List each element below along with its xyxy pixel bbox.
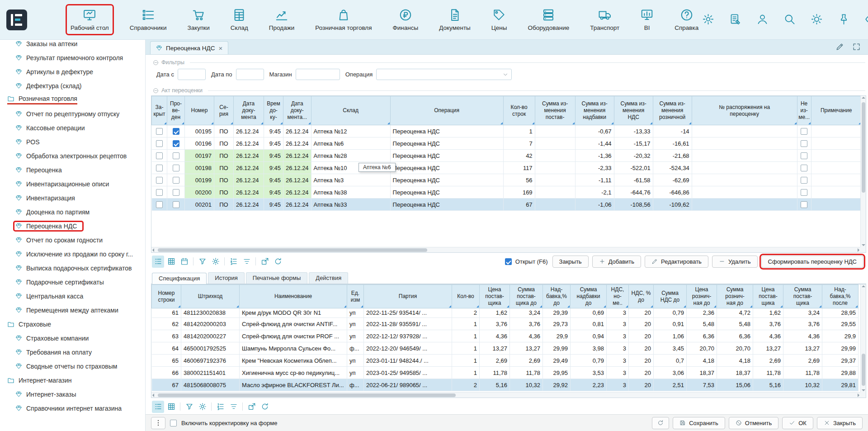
act-toolbar-numbered-list-button[interactable] [227,256,240,268]
spec-column-header[interactable]: Цена постав- щика [480,285,510,308]
more-options-button[interactable] [151,417,165,429]
tab-print-forms[interactable]: Печатные формы [246,272,308,284]
act-delete-button[interactable]: Удалить [712,256,758,268]
unchanged-checkbox[interactable] [801,165,807,171]
act-column-header[interactable]: Дата доку- мента [234,96,264,125]
act-column-header[interactable]: Операция [390,96,503,125]
spec-toolbar-view-table-button[interactable] [165,401,177,413]
spec-toolbar-refresh-button[interactable] [259,401,271,413]
date-to-input[interactable] [236,69,264,80]
act-column-header[interactable]: Се- рия [214,96,234,125]
act-toolbar-sort-button[interactable] [241,256,253,268]
sidebar-item-expiry-report[interactable]: Отчет по срокам годности [0,233,145,247]
sidebar-item-insurance-reports[interactable]: Сводные отчеты по страховым [0,359,145,373]
sidebar-item-gift-certs[interactable]: Подарочные сертификаты [0,275,145,289]
closed-checkbox[interactable] [156,177,163,184]
act-column-header[interactable]: Сумма из- менения НДС [614,96,653,125]
spec-toolbar-view-list-button[interactable] [152,401,164,413]
spec-column-header[interactable]: Сумма постав- щика [783,285,822,308]
spec-toolbar-settings-button[interactable] [196,401,208,413]
adjust-form-checkbox[interactable] [170,420,177,426]
menu-item-retail[interactable]: Розничная торговля [311,5,375,34]
sidebar-item-central-cash[interactable]: Центральная касса [0,289,145,303]
operation-select[interactable] [376,69,512,80]
spec-column-header[interactable]: Над- бавка,% после [822,285,859,308]
expand-button[interactable] [852,43,861,52]
sidebar-item-e-prescriptions[interactable]: Обработка электронных рецептов [0,149,145,163]
sidebar-item-pharmacy-transfers[interactable]: Перемещения между аптеками [0,303,145,317]
closed-checkbox[interactable] [156,140,163,147]
footer-ok-button[interactable]: ОК [782,417,813,429]
tab-vat-revaluation[interactable]: Переоценка НДС × [150,41,228,54]
sidebar-item-insurance[interactable]: Страховые [0,317,145,331]
spec-toolbar-export-button[interactable] [245,401,258,413]
act-row[interactable]: 00200ПО26.12.249:4526.12.24Аптека №38Пер… [152,186,862,199]
act-column-header[interactable]: Номер [185,96,214,125]
sidebar-item-revaluation[interactable]: Переоценка [0,163,145,177]
spec-toolbar-numbered-list-button[interactable] [214,401,226,413]
act-column-header[interactable]: За- крыт [152,96,167,125]
unchanged-checkbox[interactable] [801,128,807,135]
sidebar-item-batch-revaluation[interactable]: Дооценка по партиям [0,205,145,219]
spec-column-header[interactable]: Сумма постав- щика до [510,285,543,308]
unchanged-checkbox[interactable] [801,177,807,184]
sidebar-item-online-store[interactable]: Интернет-магазин [0,373,145,387]
sidebar-item-defect-articles[interactable]: Артикулы в дефектуре [0,65,145,79]
act-toolbar-filter-button[interactable] [196,256,208,268]
act-column-header[interactable]: № распоряжения на переоценку [692,96,797,125]
spec-column-header[interactable]: Штрихкод [181,285,240,308]
pin-button[interactable] [838,13,850,27]
act-horizontal-scrollbar[interactable] [151,247,860,252]
search-button[interactable] [783,13,796,27]
sidebar-item-defect-warehouse[interactable]: Дефектура (склад) [0,79,145,93]
posted-checkbox[interactable] [173,152,179,159]
spec-horizontal-scrollbar[interactable] [151,392,860,398]
spec-row[interactable]: 663800021151401Хигиенична мусс ср-во пед… [152,367,859,379]
sidebar-item-pos[interactable]: POS [0,135,145,149]
footer-save-button[interactable]: Сохранить [673,417,725,429]
posted-checkbox[interactable] [173,140,179,147]
spec-row[interactable]: 624814202000203Спрей-флюид для очистки A… [152,318,859,330]
store-input[interactable] [296,69,340,80]
spec-column-header[interactable]: НДС, % до [629,285,654,308]
footer-close-button[interactable]: Закрыть [817,417,863,429]
sidebar-item-inventory[interactable]: Инвентаризация [0,191,145,205]
sidebar-item-retail-trade[interactable]: Розничная торговля [0,93,145,107]
spec-column-header[interactable]: НДС, но- ме.. [607,285,629,308]
act-row[interactable]: 00197ПО26.12.249:4526.12.24Аптека №28Пер… [152,150,862,162]
menu-item-prices[interactable]: Цены [488,5,511,34]
posted-checkbox[interactable] [173,128,179,135]
menu-item-purchases[interactable]: Закупки [184,5,213,34]
sidebar-item-inventory-lists[interactable]: Инвентаризационные описи [0,177,145,191]
menu-item-catalogs[interactable]: Справочники [126,5,170,34]
act-column-header[interactable]: Сумма из- менения постав- [535,96,575,125]
act-toolbar-view-list-button[interactable] [152,256,164,268]
act-toolbar-view-calendar-button[interactable] [178,256,190,268]
act-column-header[interactable]: Примечание [811,96,861,125]
eye-button[interactable] [865,13,868,27]
spec-column-header[interactable]: Цена рознич- ная до [687,285,717,308]
settings-button[interactable] [702,13,714,27]
collapse-icon[interactable] [153,88,159,94]
act-toolbar-settings-button[interactable] [209,256,222,268]
act-close-button[interactable]: Закрыть [552,256,589,268]
unchanged-checkbox[interactable] [801,189,807,196]
spec-toolbar-filter-button[interactable] [183,401,195,413]
posted-checkbox[interactable] [173,201,179,208]
spec-column-header[interactable]: Номер строки [152,285,181,308]
act-column-header[interactable]: Дата доку- мента... [283,96,311,125]
posted-checkbox[interactable] [173,165,179,171]
unchanged-checkbox[interactable] [801,201,807,208]
spec-column-header[interactable]: Кол-во [452,285,480,308]
act-toolbar-export-button[interactable] [259,256,271,268]
menu-item-equipment[interactable]: Оборудование [524,5,573,34]
theme-button[interactable] [811,13,823,27]
posted-checkbox[interactable] [173,177,179,184]
spec-column-header[interactable]: Ед. изм [347,285,364,308]
closed-checkbox[interactable] [156,165,163,171]
act-generate-vat-revaluation-button[interactable]: Сформировать переоценку НДС [761,256,863,268]
spec-column-header[interactable]: Сумма надбавки до [571,285,607,308]
sidebar-item-payment-claims[interactable]: Требования на оплату [0,345,145,359]
sidebar-item-vat-revaluation[interactable]: Переоценка НДС [0,219,145,233]
sidebar-item-online-catalogs[interactable]: Справочники интернет магазина [0,401,145,415]
